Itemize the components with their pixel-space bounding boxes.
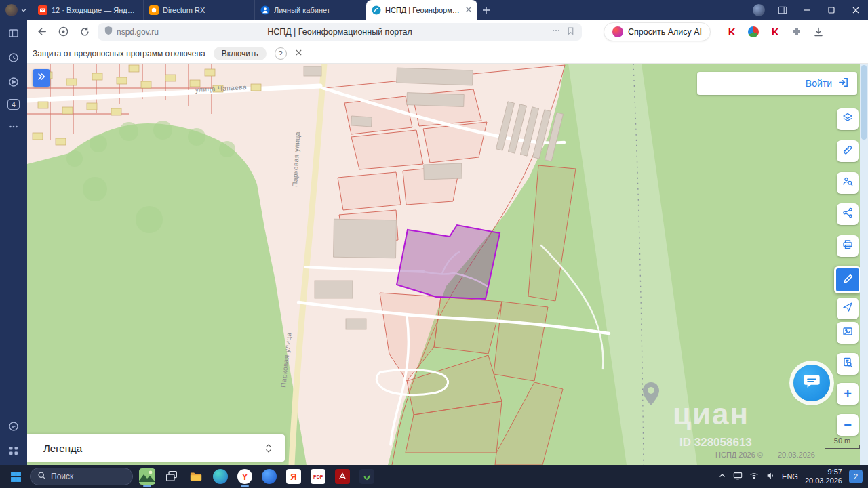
cian-watermark: циан [673,397,749,431]
tab-label: НСПД | Геоинформаци... [385,6,461,14]
browser-sidebar: 4 [0,20,27,465]
tray-expand-icon[interactable] [718,472,726,481]
tab-counter-badge[interactable]: 4 [7,99,20,110]
running-indicator [241,485,249,487]
doc-search-icon [842,357,853,371]
blue-app-icon[interactable] [259,466,279,487]
volume-icon[interactable] [766,471,775,482]
display-icon[interactable] [733,471,743,482]
chat-fab-button[interactable] [793,365,830,401]
taskbar-clock[interactable]: 9:57 20.03.2026 [805,468,842,485]
search-label: Поиск [51,472,73,481]
nspd-tab-icon [372,5,381,15]
close-warning-icon[interactable] [295,49,302,58]
color-extension-icon[interactable] [746,24,761,39]
expand-panel-button[interactable] [33,69,50,87]
login-label: Войти [806,78,832,89]
measure-button[interactable] [837,140,859,162]
acrobat-icon[interactable] [332,466,353,487]
task-view-icon[interactable] [161,466,182,487]
ask-alice-button[interactable]: Спросить Алису AI [604,22,711,41]
tab-mail[interactable]: 12 · Входящие — Яндекс П [33,0,144,20]
double-chevron-right-icon [37,72,46,84]
window-close-button[interactable] [844,0,868,20]
scale-label: 50 m [834,436,850,445]
reload-icon[interactable] [76,23,94,41]
tab-label: 12 · Входящие — Яндекс П [52,6,138,14]
clock-date: 20.03.2026 [805,476,842,485]
login-icon [837,77,849,90]
search-icon [37,471,46,482]
map-viewport: улица Чапаева Парковая улица Парковая ул… [27,64,868,465]
profile-avatar[interactable] [5,4,18,16]
start-button[interactable] [5,466,26,487]
services-grid-icon[interactable] [6,443,21,458]
more-actions-icon[interactable] [551,26,561,37]
edge-browser-icon[interactable] [210,466,231,487]
browser-profile[interactable] [0,4,33,16]
photos-app-icon[interactable] [137,466,157,487]
ruler-icon [842,144,853,158]
sync-profile-icon[interactable] [753,4,765,16]
sprout-app-icon[interactable] [357,466,377,487]
pdf-doc-icon[interactable]: PDF [308,466,328,487]
yandex-browser-icon[interactable]: Y [235,466,255,487]
screenshot-button[interactable] [837,322,859,344]
notification-badge[interactable]: 2 [849,470,863,483]
share-button[interactable] [837,203,859,225]
draw-button-active[interactable] [834,266,861,293]
new-tab-button[interactable] [477,1,495,19]
yandex-search-icon[interactable]: Я [283,466,304,487]
window-minimize-button[interactable] [795,0,819,20]
wifi-icon[interactable] [749,471,759,482]
tab-close-icon[interactable] [465,6,472,14]
legend-toggle-icon[interactable] [264,443,273,453]
doc-search-button[interactable] [837,353,859,375]
browser-menu-icon[interactable] [54,23,72,41]
puzzle-extension-icon[interactable] [789,24,804,39]
kaspersky-extension-icon[interactable]: K [724,24,739,39]
browser-tabbar: 12 · Входящие — Яндекс П Directum RX Лич… [0,0,868,20]
more-icon[interactable] [6,119,21,134]
chevron-down-icon[interactable] [20,4,27,16]
window-maximize-button[interactable] [819,0,844,20]
back-icon[interactable] [33,23,50,41]
address-bar[interactable]: nspd.gov.ru НСПД | Геоинформационный пор… [98,23,582,41]
page-scrollbar[interactable] [860,64,868,465]
enable-protection-button[interactable]: Включить [214,47,267,60]
alice-icon [612,26,623,37]
running-indicator [143,485,151,487]
panels-icon[interactable] [770,0,795,20]
legend-panel[interactable]: Легенда [27,434,285,462]
account-tab-icon [260,5,270,15]
sidebar-panel-icon[interactable] [6,26,21,41]
history-icon[interactable] [6,50,21,65]
zoom-out-button[interactable]: − [837,414,859,436]
tab-label: Личный кабинет [274,6,360,14]
selected-parcel-polygon[interactable] [397,225,500,299]
login-button[interactable]: Войти [697,72,857,95]
url-text: nspd.gov.ru [117,27,159,37]
layers-button[interactable] [837,108,859,130]
print-button[interactable] [837,235,859,257]
bookmark-icon[interactable] [566,26,575,37]
parcel-search-button[interactable] [837,172,859,194]
help-button[interactable]: ? [275,47,287,60]
scrollbar-thumb[interactable] [861,65,867,140]
downloads-icon[interactable] [811,24,826,39]
layers-icon [842,113,853,126]
navigate-button[interactable] [837,298,859,319]
tab-nspd-active[interactable]: НСПД | Геоинформаци... [366,0,477,20]
file-explorer-icon[interactable] [186,466,206,487]
tab-lk[interactable]: Личный кабинет [255,0,366,20]
extensions-row: K K [724,24,826,39]
video-icon[interactable] [6,75,21,89]
zoom-in-button[interactable]: + [837,383,859,405]
language-indicator[interactable]: ENG [782,472,798,481]
kaspersky-extension-icon-2[interactable]: K [768,24,783,39]
messenger-icon[interactable] [6,419,21,434]
browser-toolbar: nspd.gov.ru НСПД | Геоинформационный пор… [27,20,868,43]
taskbar-search[interactable]: Поиск [30,468,133,485]
sidebar-bottom [6,419,21,458]
tab-directum[interactable]: Directum RX [144,0,255,20]
